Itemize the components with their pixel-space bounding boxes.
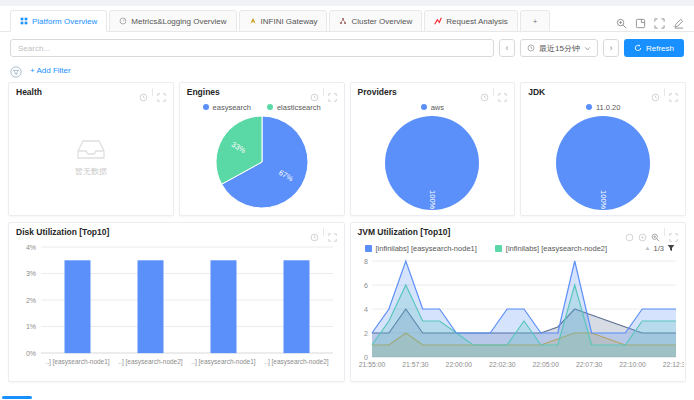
jvm-line-chart[interactable]: 0246821:55:0021:57:3022:00:0022:02:3022:…: [352, 255, 684, 371]
disk-bar-chart[interactable]: 0%1%2%3%4%..] [easysearch-node1]..] [eas…: [11, 239, 341, 373]
providers-pie-chart[interactable]: 100%: [352, 114, 512, 212]
panel-title: Providers: [358, 87, 397, 97]
panel-title: JVM Utilization [Top10]: [358, 227, 451, 237]
panel-clock-icon[interactable]: [310, 88, 319, 97]
tab-label: Platform Overview: [32, 17, 97, 26]
legend-item[interactable]: [infinilabs] [easysearch-node1]: [365, 244, 477, 253]
svg-text:21:55:00: 21:55:00: [359, 361, 386, 368]
jdk-legend: 11.0.20: [586, 100, 620, 114]
panel-row-2: Disk Utilization [Top10] 0%1%2%3%4%..] […: [8, 222, 686, 382]
svg-text:..] [easysearch-node2]: ..] [easysearch-node2]: [119, 358, 184, 366]
panel-clock-icon[interactable]: [139, 88, 148, 97]
legend-marker: [421, 104, 427, 110]
svg-text:100%: 100%: [428, 190, 437, 210]
svg-text:21:57:30: 21:57:30: [402, 361, 429, 368]
jdk-pie-chart[interactable]: 100%: [523, 114, 683, 212]
add-tab-button[interactable]: +: [520, 10, 551, 32]
panel-fullscreen-icon[interactable]: [328, 228, 337, 237]
filter-bar: + Add Filter: [10, 64, 684, 76]
health-panel: Health 暂无数据: [8, 82, 174, 216]
panel-fullscreen-icon[interactable]: [669, 228, 678, 237]
legend-item[interactable]: aws: [421, 103, 444, 112]
legend-item[interactable]: elasticsearch: [267, 103, 321, 112]
fullscreen-icon[interactable]: [654, 15, 665, 26]
chart-type-icon[interactable]: [625, 228, 634, 237]
legend-label: easysearch: [213, 103, 251, 112]
providers-legend: aws: [421, 100, 444, 114]
legend-label: [infinilabs] [easysearch-node2]: [506, 244, 607, 253]
edit-icon[interactable]: [673, 15, 684, 26]
panel-title: Engines: [187, 87, 220, 97]
search-zoom-icon[interactable]: [616, 15, 627, 26]
panel-fullscreen-icon[interactable]: [669, 88, 678, 97]
filter-icon[interactable]: [10, 64, 22, 76]
engines-pie-chart[interactable]: 67%33%: [182, 114, 342, 210]
legend-label: elasticsearch: [277, 103, 321, 112]
legend-label: aws: [431, 103, 444, 112]
tab-platform-overview[interactable]: Platform Overview: [10, 10, 107, 32]
panel-clock-icon[interactable]: [310, 228, 319, 237]
time-range-value: 最近15分钟: [539, 43, 580, 54]
clock-icon: [527, 44, 535, 52]
chart-reset-icon[interactable]: [638, 228, 647, 237]
svg-text:22:12:30: 22:12:30: [663, 361, 684, 368]
panel-fullscreen-icon[interactable]: [498, 88, 507, 97]
tab-bar: Platform Overview Metrics&Logging Overvi…: [0, 6, 694, 32]
legend-marker: [365, 245, 372, 252]
panel-clock-icon[interactable]: [480, 88, 489, 97]
legend-filter-icon[interactable]: [667, 244, 675, 252]
legend-label: [infinilabs] [easysearch-node1]: [376, 244, 477, 253]
time-next-button[interactable]: ›: [603, 39, 619, 57]
tab-metrics-logging-overview[interactable]: Metrics&Logging Overview: [109, 10, 236, 32]
query-toolbar: ‹ 最近15分钟 › Refresh: [10, 39, 684, 57]
tab-label: Metrics&Logging Overview: [131, 17, 226, 26]
empty-inbox-icon: [74, 137, 108, 161]
refresh-icon: [634, 44, 642, 52]
zoom-in-icon[interactable]: [651, 228, 660, 237]
layout-box-icon[interactable]: [635, 15, 646, 26]
empty-state: 暂无数据: [9, 99, 173, 215]
panel-fullscreen-icon[interactable]: [328, 88, 337, 97]
legend-page-up-icon[interactable]: ▲: [645, 245, 651, 251]
refresh-button[interactable]: Refresh: [624, 39, 684, 57]
svg-text:3%: 3%: [26, 270, 36, 277]
providers-panel: Providers aws 100%: [350, 82, 516, 216]
legend-item[interactable]: easysearch: [203, 103, 251, 112]
dashboard-icon: [20, 17, 28, 25]
time-range-selector[interactable]: 最近15分钟: [520, 39, 598, 57]
panel-title: Disk Utilization [Top10]: [16, 227, 109, 237]
tab-bar-actions: [616, 15, 684, 26]
add-filter-button[interactable]: + Add Filter: [30, 66, 71, 75]
legend-label: 11.0.20: [596, 103, 620, 112]
svg-text:100%: 100%: [599, 190, 608, 210]
search-input[interactable]: [10, 39, 494, 57]
legend-marker: [495, 245, 502, 252]
legend-item[interactable]: [infinilabs] [easysearch-node2]: [495, 244, 607, 253]
svg-text:4: 4: [364, 306, 368, 313]
panel-title: Health: [16, 87, 42, 97]
svg-text:2: 2: [364, 330, 368, 337]
refresh-label: Refresh: [646, 44, 674, 53]
svg-text:..] [easysearch-node2]: ..] [easysearch-node2]: [265, 358, 330, 366]
legend-item[interactable]: 11.0.20: [586, 103, 620, 112]
svg-text:6: 6: [364, 282, 368, 289]
panel-fullscreen-icon[interactable]: [157, 88, 166, 97]
panel-clock-icon[interactable]: [651, 88, 660, 97]
svg-text:22:02:30: 22:02:30: [489, 361, 516, 368]
tab-request-analysis[interactable]: Request Analysis: [424, 10, 517, 32]
jvm-utilization-panel: JVM Utilization [Top10] [infinilabs] [ea…: [350, 222, 687, 382]
legend-marker: [586, 104, 592, 110]
legend-page-indicator: 1/3: [654, 244, 664, 253]
legend-pager: ▲ 1/3: [645, 244, 675, 253]
svg-text:4%: 4%: [26, 244, 36, 251]
legend-marker: [267, 104, 273, 110]
svg-text:2%: 2%: [26, 297, 36, 304]
svg-text:22:10:00: 22:10:00: [619, 361, 646, 368]
tab-cluster-overview[interactable]: Cluster Overview: [329, 10, 422, 32]
tab-infini-gateway[interactable]: INFINI Gateway: [239, 10, 328, 32]
empty-text: 暂无数据: [75, 166, 107, 177]
time-prev-button[interactable]: ‹: [499, 39, 515, 57]
gateway-icon: [249, 17, 257, 25]
jdk-panel: JDK 11.0.20 100%: [520, 82, 686, 216]
horizontal-scrollbar-thumb[interactable]: [2, 396, 32, 399]
